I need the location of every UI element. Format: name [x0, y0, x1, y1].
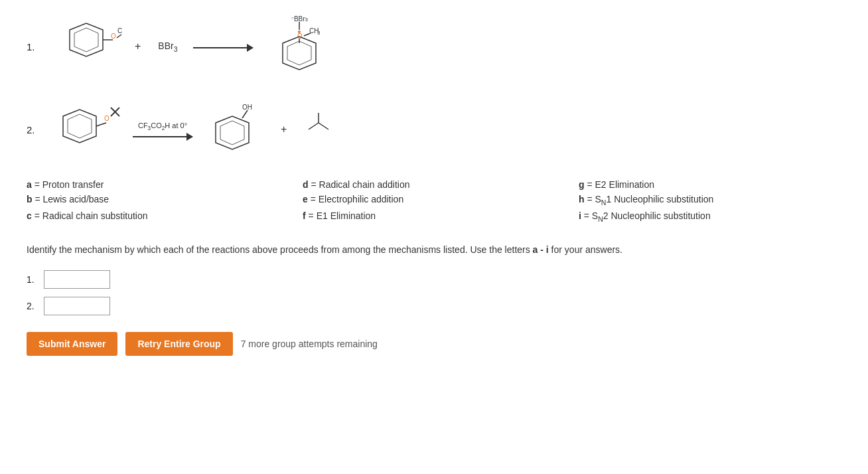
legend-item-f: f = E1 Elimination — [303, 210, 565, 223]
retry-button[interactable]: Retry Entire Group — [125, 332, 232, 356]
answer-number-2: 2. — [27, 301, 38, 311]
question-part-1: Identify the mechanism by which each of … — [27, 244, 533, 255]
button-row: Submit Answer Retry Entire Group 7 more … — [27, 332, 841, 356]
legend-item-g: g = E2 Elimination — [579, 179, 841, 190]
legend-desc-i: Nucleophilic substitution — [611, 210, 710, 221]
reaction-1-reactant-1: O CH 3 — [50, 20, 123, 73]
legend-desc-d: Radical chain addition — [319, 179, 410, 190]
svg-marker-0 — [70, 23, 103, 56]
attempts-text: 7 more group attempts remaining — [241, 339, 378, 349]
legend-desc-f: E1 Elimination — [317, 210, 376, 221]
legend-desc-b: Lewis acid/base — [43, 194, 109, 204]
answer-row-2: 2. — [27, 297, 841, 315]
legend-letter-c: c — [27, 210, 32, 221]
reaction-2-reactant: O — [50, 100, 123, 159]
svg-marker-26 — [220, 121, 244, 145]
submit-button[interactable]: Submit Answer — [27, 332, 117, 356]
question-text: Identify the mechanism by which each of … — [27, 243, 841, 257]
legend-letter-i: i — [579, 210, 581, 221]
legend-letter-d: d — [303, 179, 309, 190]
svg-text:O: O — [297, 33, 303, 40]
legend-item-c: c = Radical chain substitution — [27, 210, 289, 223]
answer-input-2[interactable] — [44, 297, 110, 315]
svg-text:⁻BBr3: ⁻BBr3 — [290, 15, 308, 23]
legend-letter-b: b — [27, 194, 33, 204]
svg-marker-16 — [287, 41, 311, 65]
reaction-2-plus: + — [281, 123, 287, 135]
reaction-1-number: 1. — [27, 41, 43, 52]
legend-section: a = Proton transfer d = Radical chain ad… — [27, 179, 841, 223]
reaction-2-product-1: OH — [202, 100, 269, 159]
svg-text:OH: OH — [242, 104, 252, 111]
svg-line-24 — [242, 110, 248, 118]
legend-item-i: i = SN2 Nucleophilic substitution — [579, 210, 841, 223]
legend-desc-a: Proton transfer — [42, 179, 104, 190]
reaction-1-reagent: BBr3 — [158, 40, 177, 53]
svg-marker-25 — [216, 116, 249, 149]
reaction-1-row: 1. O CH 3 + BBr3 — [27, 13, 841, 80]
legend-letter-h: h — [579, 194, 585, 204]
svg-text:O: O — [104, 115, 109, 122]
svg-text:3: 3 — [317, 30, 321, 36]
reaction-1-arrow — [193, 44, 253, 48]
legend-letter-e: e — [303, 194, 308, 204]
legend-desc-c: Radical chain substitution — [42, 210, 148, 221]
reaction-section: 1. O CH 3 + BBr3 — [27, 13, 841, 159]
legend-item-a: a = Proton transfer — [27, 179, 289, 190]
svg-line-19 — [96, 123, 106, 126]
legend-letter-f: f — [303, 210, 306, 221]
legend-item-e: e = Electrophilic addition — [303, 194, 565, 206]
svg-marker-18 — [68, 114, 92, 138]
legend-desc-h: Nucleophilic substitution — [614, 194, 713, 204]
svg-line-28 — [319, 123, 328, 129]
legend-letter-a: a — [27, 179, 32, 190]
reaction-2-row: 2. O CF3CO2H at 0° OH — [27, 100, 841, 159]
answer-row-1: 1. — [27, 270, 841, 289]
svg-text:O: O — [111, 33, 116, 40]
legend-item-h: h = SN1 Nucleophilic substitution — [579, 194, 841, 206]
svg-marker-1 — [74, 28, 98, 52]
legend-letter-g: g — [579, 179, 585, 190]
reaction-2-arrow: CF3CO2H at 0° — [133, 121, 192, 137]
legend-item-b: b = Lewis acid/base — [27, 194, 289, 206]
reaction-1-plus: + — [135, 40, 141, 52]
svg-line-4 — [117, 35, 121, 38]
legend-item-d: d = Radical chain addition — [303, 179, 565, 190]
answer-number-1: 1. — [27, 274, 38, 285]
question-part-2: for your answers. — [549, 244, 622, 255]
answer-input-1[interactable] — [44, 270, 110, 289]
reaction-2-product-2 — [299, 110, 338, 149]
svg-marker-17 — [63, 110, 96, 143]
reaction-2-number: 2. — [27, 124, 43, 135]
reaction-1-product: ⁻BBr3 O CH 3 — [263, 13, 349, 80]
svg-text:CH: CH — [117, 27, 123, 35]
question-bold: a - i — [533, 244, 549, 255]
svg-line-27 — [309, 123, 319, 129]
legend-desc-g: E2 Elimination — [595, 179, 655, 190]
legend-desc-e: Electrophilic addition — [319, 194, 403, 204]
